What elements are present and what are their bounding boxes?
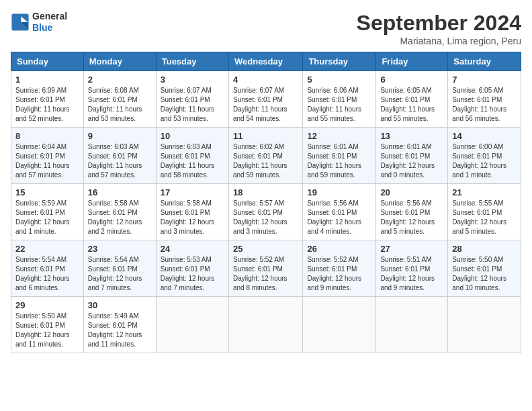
day-number: 2 <box>88 75 152 85</box>
calendar-day-3: 3 Sunrise: 6:07 AMSunset: 6:01 PMDayligh… <box>156 71 228 128</box>
day-header-sunday: Sunday <box>11 52 84 71</box>
empty-cell <box>303 297 376 353</box>
calendar-day-7: 7 Sunrise: 6:05 AMSunset: 6:01 PMDayligh… <box>448 71 521 128</box>
day-info: Sunrise: 6:02 AMSunset: 6:01 PMDaylight:… <box>233 143 287 179</box>
day-info: Sunrise: 5:58 AMSunset: 6:01 PMDaylight:… <box>161 199 215 235</box>
logo-line2: Blue <box>32 22 67 34</box>
calendar-day-27: 27 Sunrise: 5:51 AMSunset: 6:01 PMDaylig… <box>376 240 448 297</box>
calendar-day-20: 20 Sunrise: 5:56 AMSunset: 6:01 PMDaylig… <box>376 184 448 240</box>
day-number: 18 <box>233 187 298 197</box>
day-info: Sunrise: 5:56 AMSunset: 6:01 PMDaylight:… <box>380 199 435 235</box>
day-number: 22 <box>15 244 79 254</box>
day-info: Sunrise: 5:54 AMSunset: 6:01 PMDaylight:… <box>88 256 142 291</box>
day-info: Sunrise: 5:58 AMSunset: 6:01 PMDaylight:… <box>88 199 142 235</box>
day-number: 30 <box>88 300 152 310</box>
day-header-thursday: Thursday <box>303 52 376 71</box>
day-number: 29 <box>15 300 79 310</box>
day-info: Sunrise: 6:04 AMSunset: 6:01 PMDaylight:… <box>15 143 70 179</box>
day-info: Sunrise: 6:06 AMSunset: 6:01 PMDaylight:… <box>307 87 361 122</box>
month-title: September 2024 <box>357 11 521 36</box>
logo-text: General Blue <box>32 11 67 34</box>
calendar-day-13: 13 Sunrise: 6:01 AMSunset: 6:01 PMDaylig… <box>376 128 448 184</box>
day-number: 28 <box>452 244 517 254</box>
empty-cell <box>376 297 448 353</box>
day-info: Sunrise: 5:59 AMSunset: 6:01 PMDaylight:… <box>15 199 70 235</box>
day-number: 14 <box>452 131 517 141</box>
calendar-day-4: 4 Sunrise: 6:07 AMSunset: 6:01 PMDayligh… <box>228 71 302 128</box>
calendar-day-2: 2 Sunrise: 6:08 AMSunset: 6:01 PMDayligh… <box>83 71 156 128</box>
calendar-day-8: 8 Sunrise: 6:04 AMSunset: 6:01 PMDayligh… <box>11 128 84 184</box>
day-number: 15 <box>15 187 79 197</box>
calendar-day-15: 15 Sunrise: 5:59 AMSunset: 6:01 PMDaylig… <box>11 184 84 240</box>
calendar-day-26: 26 Sunrise: 5:52 AMSunset: 6:01 PMDaylig… <box>303 240 376 297</box>
logo-line1: General <box>32 11 67 22</box>
day-info: Sunrise: 5:52 AMSunset: 6:01 PMDaylight:… <box>233 256 287 291</box>
calendar-day-24: 24 Sunrise: 5:53 AMSunset: 6:01 PMDaylig… <box>156 240 228 297</box>
day-number: 21 <box>452 187 517 197</box>
calendar-week-3: 15 Sunrise: 5:59 AMSunset: 6:01 PMDaylig… <box>11 184 521 240</box>
day-info: Sunrise: 5:49 AMSunset: 6:01 PMDaylight:… <box>88 312 142 348</box>
day-number: 20 <box>380 187 443 197</box>
empty-cell <box>448 297 521 353</box>
day-number: 4 <box>233 75 298 85</box>
empty-cell <box>156 297 228 353</box>
day-number: 10 <box>161 131 224 141</box>
logo-icon <box>11 13 30 32</box>
calendar-day-19: 19 Sunrise: 5:56 AMSunset: 6:01 PMDaylig… <box>303 184 376 240</box>
day-number: 26 <box>307 244 371 254</box>
calendar-day-5: 5 Sunrise: 6:06 AMSunset: 6:01 PMDayligh… <box>303 71 376 128</box>
calendar-week-4: 22 Sunrise: 5:54 AMSunset: 6:01 PMDaylig… <box>11 240 521 297</box>
calendar-table: SundayMondayTuesdayWednesdayThursdayFrid… <box>11 52 521 353</box>
day-info: Sunrise: 6:08 AMSunset: 6:01 PMDaylight:… <box>88 87 142 122</box>
day-number: 6 <box>380 75 443 85</box>
day-number: 1 <box>15 75 79 85</box>
day-info: Sunrise: 6:00 AMSunset: 6:01 PMDaylight:… <box>452 143 506 179</box>
logo: General Blue <box>11 11 67 34</box>
day-info: Sunrise: 5:50 AMSunset: 6:01 PMDaylight:… <box>452 256 506 291</box>
day-info: Sunrise: 6:03 AMSunset: 6:01 PMDaylight:… <box>88 143 142 179</box>
empty-cell <box>228 297 302 353</box>
title-section: September 2024 Mariatana, Lima region, P… <box>357 11 521 46</box>
day-header-saturday: Saturday <box>448 52 521 71</box>
day-number: 3 <box>161 75 224 85</box>
calendar-day-9: 9 Sunrise: 6:03 AMSunset: 6:01 PMDayligh… <box>83 128 156 184</box>
calendar-day-14: 14 Sunrise: 6:00 AMSunset: 6:01 PMDaylig… <box>448 128 521 184</box>
day-info: Sunrise: 6:03 AMSunset: 6:01 PMDaylight:… <box>161 143 215 179</box>
day-header-monday: Monday <box>83 52 156 71</box>
day-info: Sunrise: 6:05 AMSunset: 6:01 PMDaylight:… <box>380 87 435 122</box>
day-info: Sunrise: 5:52 AMSunset: 6:01 PMDaylight:… <box>307 256 361 291</box>
day-info: Sunrise: 6:01 AMSunset: 6:01 PMDaylight:… <box>380 143 435 179</box>
day-info: Sunrise: 5:57 AMSunset: 6:01 PMDaylight:… <box>233 199 287 235</box>
day-number: 27 <box>380 244 443 254</box>
calendar-day-11: 11 Sunrise: 6:02 AMSunset: 6:01 PMDaylig… <box>228 128 302 184</box>
location: Mariatana, Lima region, Peru <box>357 36 521 46</box>
calendar-day-30: 30 Sunrise: 5:49 AMSunset: 6:01 PMDaylig… <box>83 297 156 353</box>
day-info: Sunrise: 5:50 AMSunset: 6:01 PMDaylight:… <box>15 312 70 348</box>
day-info: Sunrise: 6:05 AMSunset: 6:01 PMDaylight:… <box>452 87 506 122</box>
day-header-friday: Friday <box>376 52 448 71</box>
day-info: Sunrise: 5:56 AMSunset: 6:01 PMDaylight:… <box>307 199 361 235</box>
day-number: 16 <box>88 187 152 197</box>
calendar-header-row: SundayMondayTuesdayWednesdayThursdayFrid… <box>11 52 521 71</box>
day-info: Sunrise: 5:51 AMSunset: 6:01 PMDaylight:… <box>380 256 435 291</box>
day-number: 23 <box>88 244 152 254</box>
calendar-week-5: 29 Sunrise: 5:50 AMSunset: 6:01 PMDaylig… <box>11 297 521 353</box>
day-number: 13 <box>380 131 443 141</box>
day-number: 11 <box>233 131 298 141</box>
page-header: General Blue September 2024 Mariatana, L… <box>11 11 521 46</box>
day-info: Sunrise: 6:09 AMSunset: 6:01 PMDaylight:… <box>15 87 70 122</box>
calendar-day-10: 10 Sunrise: 6:03 AMSunset: 6:01 PMDaylig… <box>156 128 228 184</box>
day-number: 19 <box>307 187 371 197</box>
calendar-day-17: 17 Sunrise: 5:58 AMSunset: 6:01 PMDaylig… <box>156 184 228 240</box>
calendar-day-23: 23 Sunrise: 5:54 AMSunset: 6:01 PMDaylig… <box>83 240 156 297</box>
day-info: Sunrise: 5:54 AMSunset: 6:01 PMDaylight:… <box>15 256 70 291</box>
day-info: Sunrise: 5:55 AMSunset: 6:01 PMDaylight:… <box>452 199 506 235</box>
calendar-day-22: 22 Sunrise: 5:54 AMSunset: 6:01 PMDaylig… <box>11 240 84 297</box>
day-number: 7 <box>452 75 517 85</box>
day-header-wednesday: Wednesday <box>228 52 302 71</box>
day-number: 12 <box>307 131 371 141</box>
day-info: Sunrise: 6:01 AMSunset: 6:01 PMDaylight:… <box>307 143 361 179</box>
day-info: Sunrise: 6:07 AMSunset: 6:01 PMDaylight:… <box>161 87 215 122</box>
calendar-day-1: 1 Sunrise: 6:09 AMSunset: 6:01 PMDayligh… <box>11 71 84 128</box>
day-header-tuesday: Tuesday <box>156 52 228 71</box>
